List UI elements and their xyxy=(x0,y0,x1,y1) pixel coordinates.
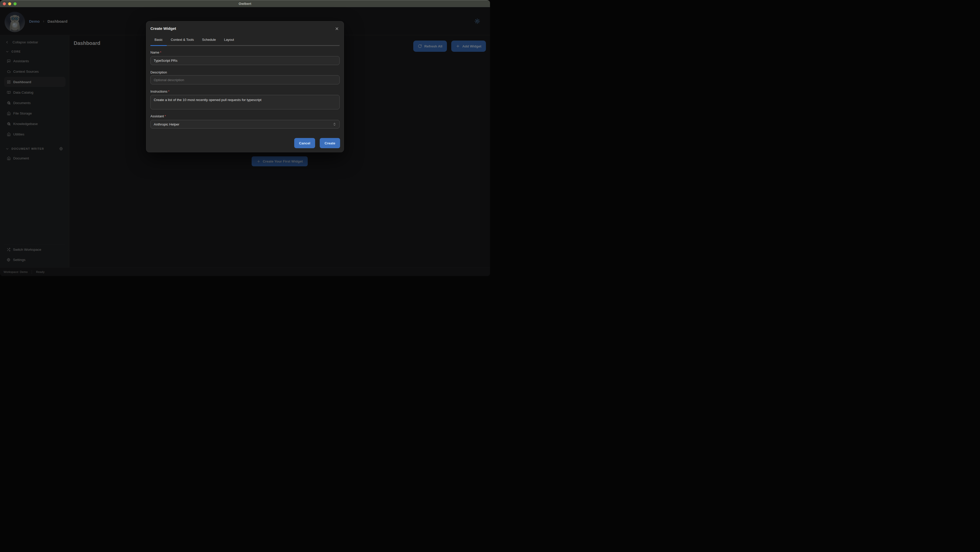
cancel-button[interactable]: Cancel xyxy=(294,138,315,148)
title-bar: Owlbert xyxy=(0,0,490,7)
tab-context-tools[interactable]: Context & Tools xyxy=(167,37,198,46)
dialog-title: Create Widget xyxy=(150,26,176,30)
name-input[interactable] xyxy=(150,56,340,65)
close-icon xyxy=(335,27,339,31)
create-widget-dialog: Create Widget BasicContext & ToolsSchedu… xyxy=(146,21,344,152)
dialog-tabs: BasicContext & ToolsScheduleLayout xyxy=(150,37,340,46)
instructions-textarea[interactable]: Create a list of the 10 most recently op… xyxy=(150,95,340,109)
zoom-window-button[interactable] xyxy=(14,2,17,5)
assistant-label: Assistant* xyxy=(150,114,166,118)
minimize-window-button[interactable] xyxy=(8,2,11,5)
app-window: Owlbert xyxy=(0,0,490,276)
close-dialog-button[interactable] xyxy=(333,25,340,32)
description-label: Description xyxy=(150,70,167,74)
chevrons-up-down-icon xyxy=(333,123,336,126)
tab-schedule[interactable]: Schedule xyxy=(198,37,220,46)
tab-layout[interactable]: Layout xyxy=(220,37,238,46)
traffic-lights xyxy=(3,0,17,7)
description-input[interactable] xyxy=(150,75,340,85)
dialog-actions: Cancel Create xyxy=(294,138,340,148)
assistant-select-value: Anthropic Helper xyxy=(154,123,180,126)
close-window-button[interactable] xyxy=(3,2,6,5)
window-title: Owlbert xyxy=(239,2,251,6)
assistant-select[interactable]: Anthropic Helper xyxy=(150,120,340,129)
create-button[interactable]: Create xyxy=(320,138,340,148)
instructions-label: Instructions* xyxy=(150,89,169,93)
required-marker: * xyxy=(168,90,169,93)
name-label: Name* xyxy=(150,51,161,54)
required-marker: * xyxy=(165,115,166,118)
required-marker: * xyxy=(160,51,161,54)
tab-basic[interactable]: Basic xyxy=(150,37,167,46)
